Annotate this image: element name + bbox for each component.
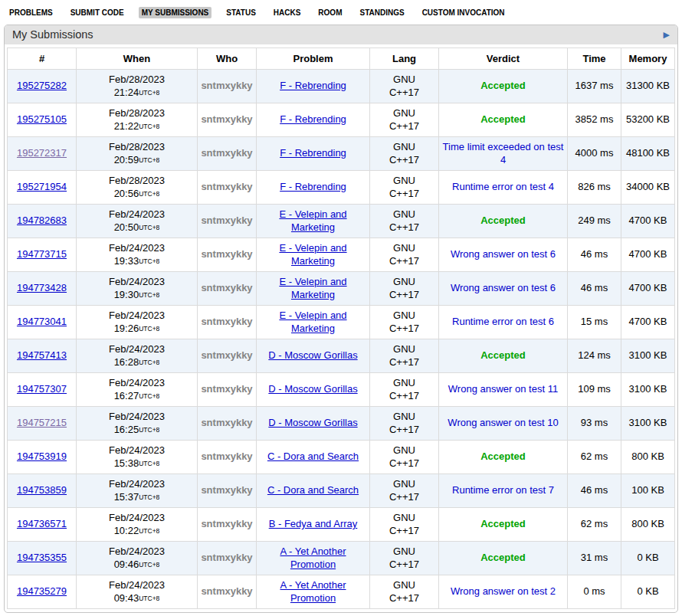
problem-link[interactable]: F - Rebrending xyxy=(280,80,346,91)
submission-id-link[interactable]: 194735355 xyxy=(17,552,67,563)
submission-id-link[interactable]: 194773428 xyxy=(17,282,67,293)
submission-user[interactable]: sntmxykky xyxy=(201,383,252,395)
problem-link[interactable]: D - Moscow Gorillas xyxy=(268,417,357,428)
submission-date: Feb/24/2023 xyxy=(80,276,194,289)
submissions-table: # When Who Problem Lang Verdict Time Mem… xyxy=(7,48,675,609)
submission-id-cell: 195271954 xyxy=(8,171,77,205)
submission-user[interactable]: sntmxykky xyxy=(201,181,252,192)
problem-link[interactable]: D - Moscow Gorillas xyxy=(268,383,357,395)
submission-tz: UTC+8 xyxy=(139,223,159,231)
expand-arrow-icon[interactable]: ▶ xyxy=(664,31,670,39)
problem-link[interactable]: E - Velepin and Marketing xyxy=(279,208,346,233)
problem-link[interactable]: E - Velepin and Marketing xyxy=(279,310,346,334)
exec-time: 249 ms xyxy=(568,205,621,238)
submission-row: 194773715 Feb/24/2023 19:33UTC+8 sntmxyk… xyxy=(8,238,675,272)
nav-item-status[interactable]: STATUS xyxy=(223,7,259,18)
submission-verdict-cell: Accepted xyxy=(439,103,568,137)
problem-link[interactable]: D - Moscow Gorillas xyxy=(268,349,357,361)
submission-id-link[interactable]: 194753919 xyxy=(17,451,67,462)
submission-time: 09:43 xyxy=(114,592,139,604)
submission-user[interactable]: sntmxykky xyxy=(201,215,252,226)
nav-item-room[interactable]: ROOM xyxy=(315,7,345,18)
submission-user[interactable]: sntmxykky xyxy=(201,518,252,529)
submission-row: 194753859 Feb/24/2023 15:37UTC+8 sntmxyk… xyxy=(8,474,675,508)
submission-tz: UTC+8 xyxy=(139,425,159,433)
problem-link[interactable]: A - Yet Another Promotion xyxy=(280,579,346,604)
submission-problem-cell: C - Dora and Search xyxy=(257,474,370,508)
submission-id-link[interactable]: 194773715 xyxy=(17,248,67,260)
submission-id-link[interactable]: 195272317 xyxy=(17,147,67,159)
submission-user[interactable]: sntmxykky xyxy=(201,484,252,496)
submission-lang: GNU C++17 xyxy=(385,74,424,100)
submission-user[interactable]: sntmxykky xyxy=(201,248,252,260)
nav-item-standings[interactable]: STANDINGS xyxy=(356,7,407,18)
submission-verdict-cell: Wrong answer on test 10 xyxy=(439,407,568,441)
submission-time-line: 19:33UTC+8 xyxy=(80,255,194,268)
submission-time: 09:46 xyxy=(114,559,139,570)
problem-link[interactable]: E - Velepin and Marketing xyxy=(279,242,346,267)
submission-user[interactable]: sntmxykky xyxy=(201,585,252,597)
submission-user[interactable]: sntmxykky xyxy=(201,147,252,159)
table-header-row: # When Who Problem Lang Verdict Time Mem… xyxy=(8,48,675,70)
exec-time: 46 ms xyxy=(568,272,621,306)
submission-time-line: 15:37UTC+8 xyxy=(80,491,194,504)
problem-link[interactable]: E - Velepin and Marketing xyxy=(279,276,346,300)
problem-link[interactable]: C - Dora and Search xyxy=(267,484,359,496)
submission-id-link[interactable]: 195275282 xyxy=(17,80,67,91)
submission-row: 194757413 Feb/24/2023 16:28UTC+8 sntmxyk… xyxy=(8,339,675,373)
exec-time: 46 ms xyxy=(568,238,621,272)
submission-id-link[interactable]: 194753859 xyxy=(17,484,67,496)
submission-id-link[interactable]: 194757307 xyxy=(17,383,67,395)
memory: 100 KB xyxy=(621,474,675,508)
submission-id-cell: 194773428 xyxy=(8,272,77,306)
submission-tz: UTC+8 xyxy=(139,156,159,163)
submission-id-link[interactable]: 194757215 xyxy=(17,417,67,428)
problem-link[interactable]: F - Rebrending xyxy=(280,113,346,125)
submission-id-link[interactable]: 194757413 xyxy=(17,349,67,361)
submission-lang-cell: GNU C++17 xyxy=(370,407,439,441)
submission-id-link[interactable]: 194773041 xyxy=(17,316,67,327)
nav-item-my-submissions[interactable]: MY SUBMISSIONS xyxy=(139,7,212,18)
problem-link[interactable]: B - Fedya and Array xyxy=(269,518,358,529)
nav-item-problems[interactable]: PROBLEMS xyxy=(6,7,56,18)
problem-link[interactable]: A - Yet Another Promotion xyxy=(280,546,346,570)
problem-link[interactable]: C - Dora and Search xyxy=(267,451,359,462)
submission-lang: GNU C++17 xyxy=(385,546,424,572)
nav-item-hacks[interactable]: HACKS xyxy=(271,7,304,18)
submission-verdict-cell: Time limit exceeded on test 4 xyxy=(439,137,568,171)
submission-user[interactable]: sntmxykky xyxy=(201,417,252,428)
memory: 4700 KB xyxy=(621,238,675,272)
submission-user[interactable]: sntmxykky xyxy=(201,80,252,91)
submission-date: Feb/24/2023 xyxy=(80,512,194,525)
submission-id-link[interactable]: 195275105 xyxy=(17,113,67,125)
problem-link[interactable]: F - Rebrending xyxy=(280,147,346,159)
submission-date: Feb/24/2023 xyxy=(80,579,194,592)
memory: 4700 KB xyxy=(621,272,675,306)
nav-item-submit-code[interactable]: SUBMIT CODE xyxy=(67,7,127,18)
submission-row: 194757215 Feb/24/2023 16:25UTC+8 sntmxyk… xyxy=(8,407,675,441)
memory: 53200 KB xyxy=(621,103,675,137)
submission-time: 16:28 xyxy=(114,356,139,368)
submission-user[interactable]: sntmxykky xyxy=(201,282,252,293)
submission-id-link[interactable]: 194782683 xyxy=(17,215,67,226)
exec-time: 3852 ms xyxy=(568,103,621,137)
problem-link[interactable]: F - Rebrending xyxy=(280,181,346,192)
submission-tz: UTC+8 xyxy=(139,594,159,601)
submission-user[interactable]: sntmxykky xyxy=(201,552,252,563)
submission-time-line: 19:30UTC+8 xyxy=(80,289,194,302)
submissions-tbody: 195275282 Feb/28/2023 21:24UTC+8 sntmxyk… xyxy=(8,70,675,609)
submission-verdict-cell: Accepted xyxy=(439,508,568,542)
submission-lang: GNU C++17 xyxy=(385,478,424,504)
submission-id-link[interactable]: 195271954 xyxy=(17,181,67,192)
submission-lang: GNU C++17 xyxy=(385,512,424,538)
submission-user[interactable]: sntmxykky xyxy=(201,451,252,462)
submission-user[interactable]: sntmxykky xyxy=(201,113,252,125)
submission-date: Feb/24/2023 xyxy=(80,546,194,559)
nav-item-custom-invocation[interactable]: CUSTOM INVOCATION xyxy=(419,7,508,18)
submission-user[interactable]: sntmxykky xyxy=(201,349,252,361)
submission-time-line: 20:50UTC+8 xyxy=(80,221,194,234)
submission-lang-cell: GNU C++17 xyxy=(370,306,439,339)
submission-id-link[interactable]: 194736571 xyxy=(17,518,67,529)
submission-user[interactable]: sntmxykky xyxy=(201,316,252,327)
submission-id-link[interactable]: 194735279 xyxy=(17,585,67,597)
